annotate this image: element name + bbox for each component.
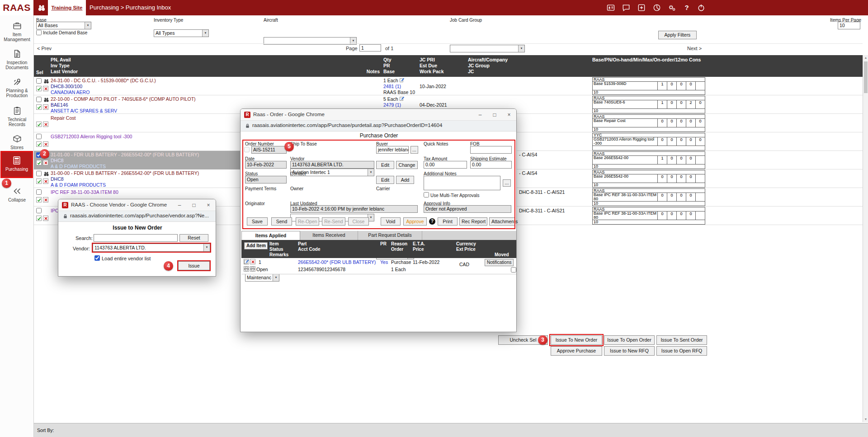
edit-qty-icon[interactable] <box>400 78 404 83</box>
issue-to-open-rfq-button[interactable]: Issue to Open RFQ <box>656 346 707 356</box>
rec-report-button[interactable]: Rec Report <box>459 217 487 226</box>
delete-icon[interactable] <box>43 122 48 127</box>
delete-icon[interactable] <box>43 216 48 221</box>
tab-items-applied[interactable]: Items Applied <box>241 231 300 240</box>
attachments-button[interactable]: Attachments <box>489 217 515 226</box>
vendor-link[interactable]: A & D FOAM PRODUCTS <box>51 182 106 188</box>
print-icon[interactable] <box>250 266 255 272</box>
tab-part-request-details[interactable]: Part Request Details <box>358 231 422 240</box>
help-icon[interactable]: ? <box>682 3 691 12</box>
sidebar-item-technical-records[interactable]: Technical Records <box>0 106 34 127</box>
next-page-link[interactable]: Next > <box>687 46 702 51</box>
void-button[interactable]: Void <box>381 217 401 226</box>
additional-notes-textarea[interactable] <box>424 176 500 190</box>
contact-add-button[interactable]: Add <box>396 176 414 184</box>
delete-item-icon[interactable] <box>250 259 255 264</box>
vendor-link[interactable]: A & D FOAM PRODUCTS <box>51 164 106 169</box>
workcards-icon[interactable] <box>606 3 615 12</box>
vendor-link[interactable]: ANSETT A/C SPARES & SERV <box>51 108 117 113</box>
search-input[interactable] <box>94 234 178 242</box>
scroll-up-icon[interactable]: ▲ <box>863 55 868 61</box>
issue-pr-icon[interactable] <box>36 160 42 165</box>
help-icon[interactable]: ? <box>429 218 435 225</box>
binoculars-icon[interactable] <box>43 78 49 85</box>
issue-to-sent-order-button[interactable]: Issue To Sent Order <box>656 335 707 345</box>
vendor-change-button[interactable]: Change <box>396 161 418 169</box>
item-part-link[interactable]: 266E5542-00* (FDR ULB BATTERY) <box>298 259 376 265</box>
aircraft-type-link[interactable]: DHC8 <box>51 176 64 182</box>
items-per-page-input[interactable]: 10 <box>838 22 860 29</box>
row-select-checkbox[interactable] <box>36 97 42 102</box>
reports-icon[interactable] <box>652 3 661 12</box>
delete-icon[interactable] <box>43 141 48 147</box>
print-icon[interactable] <box>244 266 249 272</box>
delete-icon[interactable] <box>43 197 48 202</box>
multi-tier-checkbox[interactable] <box>424 192 429 197</box>
approve-button[interactable]: Approve <box>403 217 427 226</box>
maximize-icon[interactable]: □ <box>187 199 201 211</box>
approve-purchase-button[interactable]: Approve Purchase <box>551 346 602 356</box>
sidebar-item-collapse[interactable]: Collapse <box>0 186 34 202</box>
row-select-checkbox[interactable] <box>36 189 42 195</box>
scroll-down-icon[interactable]: ▼ <box>863 417 868 422</box>
buyer-lookup-button[interactable]: ... <box>410 146 418 154</box>
row-select-checkbox[interactable] <box>36 208 42 213</box>
sidebar-item-item-management[interactable]: Item Management <box>0 21 34 42</box>
issue-pr-icon[interactable] <box>36 86 42 91</box>
add-item-button[interactable]: Add Item <box>244 242 268 249</box>
delete-icon[interactable] <box>43 104 48 110</box>
issue-to-new-rfq-button[interactable]: Issue to New RFQ <box>604 346 655 356</box>
prev-page-link[interactable]: < Prev <box>37 46 52 51</box>
item-moved-checkbox[interactable] <box>511 267 516 273</box>
vendor-select[interactable]: 1143763 ALBERTA LTD.▼ <box>93 244 210 252</box>
tab-training-site[interactable]: Training Site <box>48 0 86 15</box>
shipping-estimate-input[interactable]: 0.00 <box>470 161 512 169</box>
edit-qty-icon[interactable] <box>400 96 404 102</box>
base-select[interactable]: All Bases▼ <box>36 22 91 29</box>
send-button[interactable]: Send <box>271 217 292 226</box>
close-icon[interactable]: × <box>502 109 516 121</box>
issue-pr-icon[interactable] <box>36 179 42 184</box>
issue-pr-icon[interactable] <box>36 104 42 110</box>
part-title[interactable]: 31-00-00 - FDR ULB BATTERY - 266E5542-00… <box>51 170 199 176</box>
contact-edit-button[interactable]: Edit <box>376 176 394 184</box>
binoculars-icon[interactable] <box>38 4 47 13</box>
issue-pr-icon[interactable] <box>36 141 42 147</box>
page-input[interactable]: 1 <box>359 44 381 52</box>
admin-settings-icon[interactable] <box>667 3 676 12</box>
tax-amount-input[interactable]: 0.00 <box>424 161 467 169</box>
url-bar[interactable]: raasais.aviationintertec.com/app/Purchas… <box>241 121 516 132</box>
order-number-checkbox[interactable] <box>244 147 250 152</box>
save-button[interactable]: Save <box>247 217 268 226</box>
window-titlebar[interactable]: R RAAS - Choose Vendor - Google Chrome –… <box>58 199 216 211</box>
sidebar-item-planning-production[interactable]: Planning & Production <box>0 77 34 98</box>
vendor-edit-button[interactable]: Edit <box>376 161 394 169</box>
part-title[interactable]: 24-31-00 - DC G.C.U. - 51539-008D* (DC G… <box>51 78 156 83</box>
issue-pr-icon[interactable] <box>36 197 42 202</box>
row-select-checkbox[interactable] <box>36 78 42 84</box>
delete-icon[interactable] <box>43 160 48 165</box>
row-select-checkbox[interactable] <box>36 134 42 139</box>
messages-icon[interactable] <box>622 3 631 12</box>
item-pr-link[interactable]: Yes <box>380 259 388 265</box>
sidebar-item-inspection-documents[interactable]: Inspection Documents <box>0 49 34 70</box>
window-titlebar[interactable]: R Raas - Order - Google Chrome – □ × <box>241 109 516 121</box>
issue-to-new-order-button[interactable]: Issue To New Order <box>551 335 602 345</box>
sidebar-item-purchasing[interactable]: Purchasing <box>0 151 33 178</box>
delete-icon[interactable] <box>43 179 48 184</box>
print-button[interactable]: Print <box>438 217 458 226</box>
logout-power-icon[interactable] <box>697 3 706 12</box>
minimize-icon[interactable]: – <box>172 199 187 211</box>
new-window-icon[interactable] <box>637 3 646 12</box>
scrollbar-thumb[interactable] <box>864 61 868 93</box>
apply-filters-button[interactable]: Apply Filters <box>658 31 697 39</box>
close-icon[interactable]: × <box>201 199 216 211</box>
vendor-link[interactable]: CANADIAN AERO <box>51 89 90 95</box>
issue-button[interactable]: Issue <box>178 261 210 270</box>
aircraft-type-link[interactable]: DHC8 <box>51 158 64 163</box>
buyer-input[interactable]: jennifer leblanc <box>376 146 409 154</box>
binoculars-icon[interactable] <box>43 97 49 103</box>
url-bar[interactable]: raasais.aviationintertec.com/app/Purchas… <box>58 211 216 222</box>
edit-item-icon[interactable] <box>244 259 249 264</box>
originator-select[interactable]: Maintenanc▼ <box>245 274 279 282</box>
